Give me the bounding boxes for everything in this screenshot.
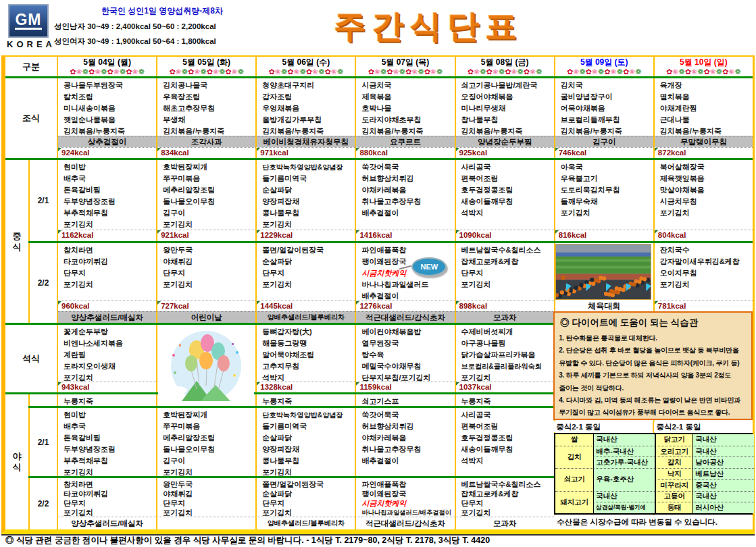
kcal-cell: 781kcal bbox=[653, 301, 753, 311]
lunch1-menu-cell: 아욱국우육불고기도토리묵김치무침들깨무숙채포기김치 bbox=[554, 160, 653, 230]
same-as-lunch-label: 중식2-1 동일 bbox=[653, 421, 753, 432]
breakfast-special-cell: 조각사과 bbox=[156, 136, 255, 147]
day-header: 5월 05일 (화)✿❀❁✿❀❁✿❀❁✿❀❁ bbox=[156, 57, 255, 76]
lunch2-menu-cell: 쫄면/얼갈이된장국순살파닭단무지포기김치 bbox=[255, 243, 355, 301]
menu-item: 포기김치 bbox=[163, 279, 255, 290]
menu-item: 고추지무침 bbox=[262, 361, 354, 372]
lunch2-menu-cell: 베트남쌀국수&칠리소스잡채고로캐&케찹단무지포기김치 bbox=[455, 243, 554, 301]
menu-item: 도라지오이생채 bbox=[64, 361, 155, 372]
kcal-value: 1162kcal bbox=[61, 231, 93, 239]
menu-item: 시금치무침 bbox=[660, 196, 752, 207]
menu-item: 굴비양념장구이 bbox=[561, 91, 653, 103]
menu-item: 부추적채무침 bbox=[64, 207, 155, 219]
flower-garland-icon: ✿❀❁✿❀❁✿❀❁✿❀❁ bbox=[58, 68, 156, 76]
menu-item: 호박나물 bbox=[361, 103, 453, 114]
kcal-cell: 1328kcal bbox=[255, 382, 355, 392]
kcal-cell: 1229kcal bbox=[255, 230, 355, 241]
breakfast-menu-cell: 김치콩나물국우육장조림해초고추장무침무생채김치볶음/누룽지죽 bbox=[156, 78, 255, 136]
menu-item: 부추적채무침 bbox=[64, 455, 155, 467]
day-label: 5월 04일 (월) bbox=[58, 57, 156, 68]
menu-item: 허브향삼치튀김 bbox=[361, 173, 453, 184]
sports-day-photo-image bbox=[556, 244, 651, 299]
kcal-value: 816kcal bbox=[559, 231, 587, 239]
menu-item: 잡채고로캐&케찹 bbox=[461, 489, 553, 498]
night-shift2-label: 2/2 bbox=[28, 478, 57, 529]
origin-value-cell: 국내산 bbox=[692, 434, 754, 446]
origin-item-cell: 닭고기 bbox=[655, 434, 692, 446]
origin-item-cell: 오리고기 bbox=[655, 446, 692, 457]
origin-item-cell: 고등어 bbox=[655, 491, 692, 502]
menu-item: 제육깻잎볶음 bbox=[660, 173, 752, 184]
kcal-cell: 1090kcal bbox=[455, 230, 554, 241]
dinner-menu-cell: 베이컨야채볶음밥열무된장국탕수육메밀국수야채무침단무지무침/포기김치 bbox=[355, 325, 454, 382]
night2-menu-cell: 쫄면/얼갈이된장국순살파닭단무지포기김치 bbox=[255, 478, 355, 517]
menu-item: 김치볶음/누룽지죽 bbox=[361, 126, 453, 136]
night1-menu-cell: 쑥갓어묵국허브향삼치튀김야채카레볶음취나물고추장무침배추겉절이 bbox=[355, 408, 454, 476]
day-header: 5월 10일 (일)✿❀❁✿❀❁✿❀❁✿❀❁ bbox=[653, 57, 753, 76]
kcal-value: 781kcal bbox=[658, 302, 686, 310]
kcal-value: 880kcal bbox=[359, 149, 388, 157]
menu-item: 편북어조림 bbox=[461, 421, 553, 432]
comment-marker-icon bbox=[456, 301, 459, 305]
lunch-shift1-label: 2/1 bbox=[28, 160, 57, 241]
menu-item: 김치콩나물국 bbox=[163, 80, 255, 91]
kcal-cell: 960kcal bbox=[57, 301, 156, 311]
origin-value-cell: 중국산 bbox=[692, 479, 754, 491]
section-label-breakfast: 조식 bbox=[5, 78, 57, 158]
menu-item: 포기김치 bbox=[660, 279, 752, 290]
menu-item: 단무지 bbox=[461, 498, 553, 508]
comment-marker-icon bbox=[157, 230, 161, 234]
comment-marker-icon bbox=[58, 382, 61, 386]
menu-item: 쭈꾸미볶음 bbox=[163, 173, 255, 184]
menu-item: 잡채고로캐&케찹 bbox=[461, 256, 553, 267]
menu-item: 배추국 bbox=[64, 421, 155, 432]
menu-item: 바나나칩과일샐러드 bbox=[361, 279, 453, 290]
menu-item: 포기김치 bbox=[163, 508, 255, 517]
lunch2-special-cell: 양상추샐러드/매실차 bbox=[57, 311, 156, 323]
kcal-value: 960kcal bbox=[61, 302, 90, 310]
menu-item: 두부양념장조림 bbox=[64, 196, 155, 207]
day-label: 5월 06일 (수) bbox=[257, 57, 355, 68]
comment-marker-icon bbox=[456, 382, 459, 386]
menu-item: 단무지 bbox=[64, 267, 155, 279]
origin-value-cell: 국내산 bbox=[593, 434, 655, 446]
menu-item: 배추겉절이 bbox=[361, 290, 453, 301]
night1-menu-cell: 현미밥배추국돈육갈비찜두부양념장조림부추적채무침포기김치 bbox=[57, 408, 156, 476]
kcal-value: 1037kcal bbox=[459, 383, 492, 391]
menu-item: 김치볶음/누룽지죽 bbox=[64, 126, 155, 136]
menu-item: 쇠고기콩나물밥/계란국 bbox=[461, 80, 553, 91]
kcal-cell: 1445kcal bbox=[255, 301, 355, 311]
menu-item: 베이컨야채볶음밥 bbox=[361, 326, 453, 338]
kcal-cell: 1162kcal bbox=[57, 230, 156, 241]
day-label: 5월 07일 (목) bbox=[356, 57, 454, 68]
menu-item: 석박지 bbox=[461, 207, 553, 219]
menu-item: 열무된장국 bbox=[361, 338, 453, 349]
night2-menu-cell: 참치라면타코야끼튀김단무지포기김치 bbox=[57, 478, 156, 517]
menu-item: 해초고추장무침 bbox=[163, 103, 255, 114]
flower-garland-icon: ✿❀❁✿❀❁✿❀❁✿❀❁ bbox=[456, 68, 554, 76]
origin-value-cell: 우육-호주산 bbox=[593, 468, 655, 490]
menu-item: 현미밥 bbox=[64, 161, 155, 173]
menu-item: 순살파닭 bbox=[262, 489, 354, 498]
flower-garland-icon: ✿❀❁✿❀❁✿❀❁✿❀❁ bbox=[356, 68, 454, 76]
kcal-value: 727kcal bbox=[161, 302, 189, 310]
comment-marker-icon bbox=[257, 148, 260, 151]
menu-item: 포기김치 bbox=[262, 279, 354, 290]
breakfast-special-cell: 상추겉절이 bbox=[57, 136, 156, 147]
lunch2-menu-cell: 잔치국수감자말이새우튀김&케찹오이지무침포기김치 bbox=[653, 243, 753, 301]
menu-item: 들깨무숙채 bbox=[561, 196, 653, 207]
menu-item: 포기김치 bbox=[64, 219, 155, 230]
menu-item: 배추겉절이 bbox=[361, 207, 453, 219]
breakfast-special-cell: 양념장순두부찜 bbox=[455, 136, 554, 147]
menu-item: 비엔나소세지볶음 bbox=[64, 338, 155, 349]
lunch1-menu-cell: 쑥갓어묵국허브향삼치튀김야채카레볶음취나물고추장무침배추겉절이 bbox=[355, 160, 454, 230]
menu-item: 육개장 bbox=[660, 80, 752, 91]
menu-item: 석박지 bbox=[262, 372, 354, 382]
comment-marker-icon bbox=[157, 301, 161, 305]
breakfast-special-cell: 김구이 bbox=[554, 136, 653, 147]
kcal-cell: 727kcal bbox=[156, 301, 255, 311]
menu-item: 쫄면/얼갈이된장국 bbox=[262, 479, 354, 489]
comment-marker-icon bbox=[356, 148, 359, 151]
menu-item: 야채계란찜 bbox=[660, 103, 752, 114]
section-label-night: 야식 bbox=[5, 394, 28, 529]
